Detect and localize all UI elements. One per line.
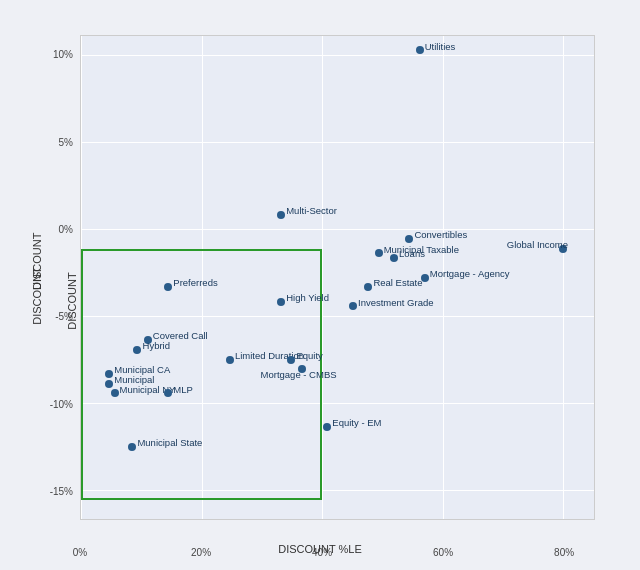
label-muni-state: Municipal State — [137, 436, 202, 447]
grid-v-40 — [322, 36, 323, 519]
point-real-estate — [364, 283, 372, 291]
x-tick-60: 60% — [433, 547, 453, 558]
grid-v-80 — [563, 36, 564, 519]
label-inv-grade: Investment Grade — [358, 296, 434, 307]
grid-v-0 — [81, 36, 82, 519]
point-muni-ny — [111, 389, 119, 397]
point-loans — [390, 254, 398, 262]
point-muni-state — [128, 443, 136, 451]
label-equity: Equity — [296, 349, 322, 360]
label-mortgage-cmbs: Mortgage - CMBS — [261, 369, 337, 380]
point-utilities — [416, 46, 424, 54]
point-convertibles — [405, 235, 413, 243]
label-utilities: Utilities — [425, 40, 456, 51]
x-axis: 0% 20% 40% 60% 80% — [80, 520, 595, 540]
y-tick-n15: -15% — [50, 485, 73, 496]
grid-h-10 — [81, 55, 594, 56]
label-preferreds: Preferreds — [173, 277, 217, 288]
y-tick-5: 5% — [59, 136, 73, 147]
grid-h-5 — [81, 142, 594, 143]
label-loans: Loans — [399, 248, 425, 259]
label-hybrid: Hybrid — [143, 340, 170, 351]
x-axis-label: DISCOUNT %LE — [278, 543, 362, 555]
point-hybrid — [133, 346, 141, 354]
chart-area: DISCOUNT DISCOUNT 10% 5% 0% -5% -10% -15… — [35, 25, 605, 555]
point-equity-em — [323, 423, 331, 431]
label-equity-em: Equity - EM — [332, 417, 381, 428]
x-tick-0: 0% — [73, 547, 87, 558]
label-multisector: Multi-Sector — [286, 204, 337, 215]
grid-h-n15 — [81, 490, 594, 491]
y-tick-0: 0% — [59, 224, 73, 235]
point-multisector — [277, 211, 285, 219]
point-inv-grade — [349, 302, 357, 310]
chart-container: DISCOUNT DISCOUNT 10% 5% 0% -5% -10% -15… — [0, 0, 640, 570]
y-tick-n10: -10% — [50, 398, 73, 409]
point-muni-taxable — [375, 249, 383, 257]
y-tick-n5: -5% — [55, 311, 73, 322]
grid-h-n5 — [81, 316, 594, 317]
point-mlp — [164, 389, 172, 397]
y-tick-10: 10% — [53, 49, 73, 60]
x-tick-20: 20% — [191, 547, 211, 558]
point-preferreds — [164, 283, 172, 291]
grid-h-n10 — [81, 403, 594, 404]
point-equity — [287, 356, 295, 364]
x-tick-80: 80% — [554, 547, 574, 558]
plot-area: Utilities Multi-Sector Convertibles Muni… — [80, 35, 595, 520]
label-mlp: MLP — [173, 383, 193, 394]
point-municipal — [105, 380, 113, 388]
label-global-income: Global Income — [507, 238, 568, 249]
point-limited-dur — [226, 356, 234, 364]
label-convertibles: Convertibles — [414, 229, 467, 240]
point-high-yield — [277, 298, 285, 306]
point-muni-ca — [105, 370, 113, 378]
grid-h-0 — [81, 229, 594, 230]
label-high-yield: High Yield — [286, 291, 329, 302]
label-real-estate: Real Estate — [373, 277, 422, 288]
y-axis-label-rot: DISCOUNT — [31, 267, 43, 324]
label-mortgage-agency: Mortgage - Agency — [430, 267, 510, 278]
